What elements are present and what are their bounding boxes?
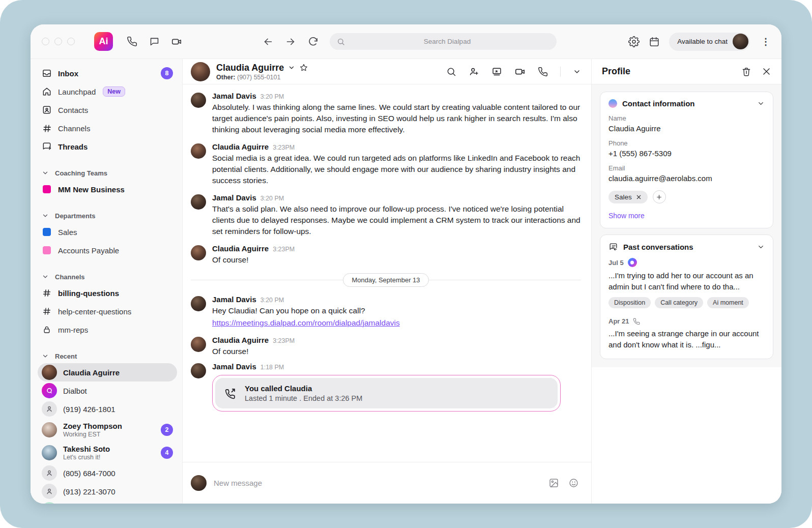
- section-recent[interactable]: Recent: [38, 349, 177, 363]
- entry-tag[interactable]: Disposition: [608, 297, 651, 308]
- person-icon: [42, 465, 57, 481]
- chat-icon[interactable]: [149, 36, 160, 47]
- chevron-down-icon[interactable]: [757, 243, 765, 251]
- avatar: [191, 337, 206, 352]
- recent-item-name: Dialbot: [63, 387, 87, 395]
- message: Jamal Davis 3:20 PM Hey Claudia! Can you…: [191, 295, 581, 329]
- chat-contact-name[interactable]: Claudia Aguirre: [216, 63, 284, 73]
- close-icon[interactable]: [762, 67, 771, 77]
- refresh-icon[interactable]: [307, 36, 318, 47]
- sidebar-item-sales[interactable]: Sales: [38, 223, 177, 241]
- forward-icon[interactable]: [285, 36, 296, 47]
- field-value: Claudia Aguirre: [608, 124, 765, 133]
- composer-input[interactable]: New message: [214, 479, 541, 487]
- sidebar-item-contacts[interactable]: Contacts: [38, 101, 177, 119]
- window-control-minimize[interactable]: [54, 38, 62, 45]
- section-departments[interactable]: Departments: [38, 209, 177, 223]
- card-title: Contact information: [622, 99, 695, 108]
- meeting-link[interactable]: https://meetings.dialpad.com/room/dialpa…: [212, 317, 581, 329]
- phone-call-icon[interactable]: [538, 67, 548, 77]
- global-search[interactable]: [330, 33, 557, 50]
- window-control-maximize[interactable]: [67, 38, 75, 45]
- avatar: [191, 296, 206, 311]
- call-event-title: You called Claudia: [245, 384, 362, 393]
- past-conversations-card: Past conversations Jul 5: [600, 234, 773, 359]
- sidebar-item-label: Inbox: [58, 69, 78, 78]
- entry-tag[interactable]: Ai moment: [707, 297, 749, 308]
- settings-gear-icon[interactable]: [628, 36, 640, 47]
- recent-item-takeshi-soto[interactable]: Takeshi Soto Let's crush it! 4: [38, 441, 177, 464]
- more-actions-chevron-icon[interactable]: [573, 68, 581, 76]
- contact-avatar-icon: [608, 99, 617, 108]
- window-controls: [42, 38, 75, 45]
- add-person-icon[interactable]: [469, 66, 479, 77]
- recent-item-name: (913) 221-3070: [63, 487, 115, 496]
- overflow-menu-icon[interactable]: ⋮: [759, 37, 772, 46]
- call-icon: [633, 318, 640, 325]
- contact-information-card: Contact information Name Claudia Aguirre…: [600, 92, 773, 228]
- avatar: [191, 363, 206, 378]
- chevron-down-icon[interactable]: [757, 100, 765, 107]
- sidebar-item-launchpad[interactable]: Launchpad New: [38, 82, 177, 101]
- phone-icon[interactable]: [126, 36, 137, 47]
- recent-item-sarah-mckenzie[interactable]: S Sarah McKenzie: [38, 501, 177, 504]
- sidebar-item-billing-questions[interactable]: billing-questions: [38, 284, 177, 302]
- screen-share-icon[interactable]: [491, 66, 502, 77]
- video-icon[interactable]: [171, 36, 182, 47]
- sidebar-item-threads[interactable]: Threads: [38, 137, 177, 156]
- recent-item-name: Zoey Thompson: [63, 422, 122, 430]
- conversation-search-icon[interactable]: [446, 67, 456, 77]
- tag-sales[interactable]: Sales: [608, 191, 648, 203]
- recent-item-phone-1[interactable]: (919) 426-1801: [38, 400, 177, 418]
- back-icon[interactable]: [263, 36, 274, 47]
- message-text: Of course!: [212, 254, 581, 266]
- outgoing-call-icon: [224, 387, 237, 399]
- threads-icon: [42, 141, 52, 152]
- section-coaching-teams[interactable]: Coaching Teams: [38, 166, 177, 180]
- sidebar-item-label: Channels: [58, 124, 90, 133]
- message-list[interactable]: Jamal Davis 3:20 PM Absolutely. I was th…: [183, 84, 591, 462]
- profile-title: Profile: [602, 66, 630, 77]
- search-input[interactable]: [345, 38, 549, 45]
- delete-trash-icon[interactable]: [741, 67, 751, 77]
- chat-column: Claudia Aguirre Other: (907) 555-0101: [182, 59, 592, 504]
- show-more-link[interactable]: Show more: [608, 212, 765, 220]
- sidebar-item-channels[interactable]: Channels: [38, 119, 177, 137]
- entry-tag[interactable]: Call category: [655, 297, 703, 308]
- message-composer[interactable]: New message: [183, 462, 591, 504]
- recent-item-phone-3[interactable]: (913) 221-3070: [38, 482, 177, 501]
- attach-image-icon[interactable]: [548, 478, 559, 488]
- message-time: 3:23PM: [273, 246, 295, 253]
- video-call-icon[interactable]: [514, 66, 526, 77]
- message-author: Claudia Aguirre: [212, 142, 269, 151]
- chat-contact-avatar[interactable]: [191, 62, 210, 81]
- entry-snippet: ...I'm seeing a strange charge in our ac…: [608, 328, 765, 350]
- call-event-card[interactable]: You called Claudia Lasted 1 minute . End…: [212, 375, 561, 412]
- recent-item-phone-2[interactable]: (805) 684-7000: [38, 464, 177, 482]
- recent-item-dialbot[interactable]: Dialbot: [38, 382, 177, 400]
- sidebar-item-help-center-questions[interactable]: help-center-questions: [38, 302, 177, 320]
- emoji-icon[interactable]: [568, 478, 579, 488]
- sidebar-item-mm-new-business[interactable]: MM New Business: [38, 180, 177, 198]
- sidebar-item-inbox[interactable]: Inbox 8: [38, 64, 177, 82]
- sidebar-item-accounts-payable[interactable]: Accounts Payable: [38, 241, 177, 259]
- recent-item-claudia-aguirre[interactable]: Claudia Aguirre: [38, 363, 177, 382]
- field-label: Name: [608, 114, 765, 122]
- presence-status-label: Available to chat: [677, 38, 728, 45]
- calendar-icon[interactable]: [649, 36, 660, 47]
- add-tag-button[interactable]: [653, 190, 666, 203]
- past-conversation-entry[interactable]: Apr 21 ...I'm seeing a strange charge in…: [608, 317, 765, 350]
- recent-item-name: (805) 684-7000: [63, 469, 115, 478]
- window-control-close[interactable]: [42, 38, 49, 45]
- section-channels[interactable]: Channels: [38, 270, 177, 284]
- chevron-down-icon[interactable]: [288, 64, 295, 71]
- user-avatar[interactable]: [733, 34, 748, 49]
- sidebar-item-label: Threads: [58, 142, 88, 151]
- lock-icon: [42, 325, 52, 335]
- sidebar-item-mm-reps[interactable]: mm-reps: [38, 320, 177, 339]
- remove-tag-icon[interactable]: [636, 194, 642, 200]
- favorite-star-icon[interactable]: [299, 63, 308, 72]
- recent-item-zoey-thompson[interactable]: Zoey Thompson Working EST 2: [38, 418, 177, 441]
- presence-status[interactable]: Available to chat: [669, 33, 750, 51]
- past-conversation-entry[interactable]: Jul 5 ...I'm trying to add her to our ac…: [608, 258, 765, 308]
